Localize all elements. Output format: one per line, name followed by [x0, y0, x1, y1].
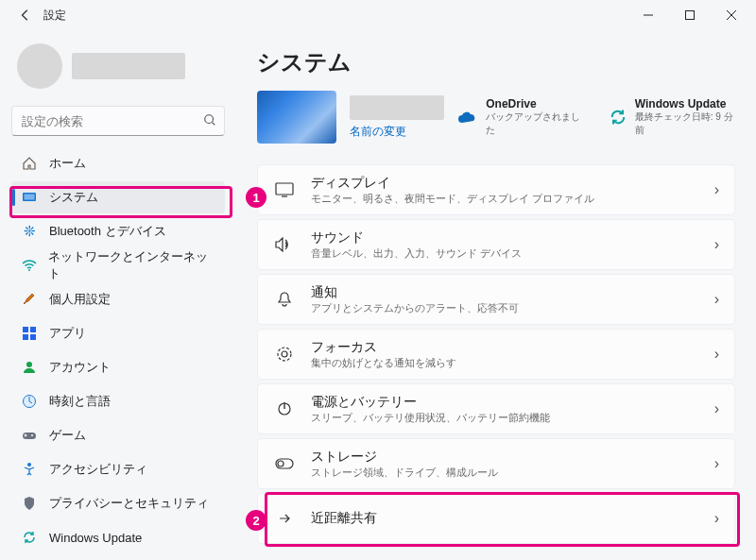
sidebar-item-privacy[interactable]: プライバシーとセキュリティ [11, 487, 225, 519]
close-icon [727, 10, 736, 20]
card-power[interactable]: 電源とバッテリースリープ、バッテリ使用状況、バッテリー節約機能 › [257, 383, 735, 434]
update-tile[interactable]: Windows Update最終チェック日時: 9 分前 [608, 97, 735, 137]
svg-point-18 [278, 348, 291, 361]
focus-icon [273, 343, 296, 365]
clock-globe-icon [21, 393, 38, 410]
card-sub: ストレージ領域、ドライブ、構成ルール [311, 466, 714, 480]
sidebar-item-home[interactable]: ホーム [11, 147, 225, 179]
share-icon [273, 507, 296, 530]
sidebar-item-gaming[interactable]: ゲーム [11, 419, 225, 451]
sidebar-item-network[interactable]: ネットワークとインターネット [11, 249, 225, 281]
svg-point-23 [278, 461, 284, 467]
sidebar: ホーム システム ❊Bluetooth とデバイス ネットワークとインターネット… [0, 30, 236, 560]
device-thumbnail[interactable] [257, 91, 336, 144]
sidebar-item-label: ホーム [49, 155, 86, 172]
card-title: サウンド [311, 229, 714, 246]
maximize-icon [685, 10, 695, 20]
window-title: 設定 [43, 8, 66, 24]
card-focus[interactable]: フォーカス集中の妨げとなる通知を減らす › [257, 329, 735, 380]
svg-rect-7 [23, 327, 28, 332]
onedrive-title: OneDrive [486, 97, 581, 110]
chevron-right-icon: › [714, 400, 719, 417]
settings-list: ディスプレイモニター、明るさ、夜間モード、ディスプレイ プロファイル › サウン… [257, 164, 735, 544]
card-title: 近距離共有 [311, 510, 714, 527]
update-title: Windows Update [635, 97, 735, 110]
shield-icon [21, 495, 38, 512]
sidebar-item-label: Windows Update [49, 531, 142, 545]
svg-rect-22 [276, 459, 293, 468]
svg-rect-8 [30, 327, 36, 332]
svg-point-19 [282, 351, 287, 357]
svg-point-14 [31, 434, 33, 436]
annotation-badge-2: 2 [246, 510, 266, 531]
chevron-right-icon: › [714, 181, 719, 198]
svg-rect-1 [686, 11, 695, 20]
card-sub: スリープ、バッテリ使用状況、バッテリー節約機能 [311, 411, 714, 425]
system-icon [21, 189, 38, 206]
game-icon [21, 427, 38, 444]
home-icon [21, 155, 38, 172]
chevron-right-icon: › [714, 510, 719, 527]
onedrive-sub: バックアップされました [486, 110, 581, 137]
search-icon [203, 113, 216, 130]
card-title: 電源とバッテリー [311, 394, 714, 411]
sidebar-item-apps[interactable]: アプリ [11, 317, 225, 349]
card-notifications[interactable]: 通知アプリとシステムからのアラート、応答不可 › [257, 274, 735, 325]
profile-block[interactable] [11, 40, 225, 102]
power-icon [273, 398, 296, 420]
search-input[interactable] [11, 106, 225, 136]
sidebar-item-label: アカウント [49, 359, 111, 376]
chevron-right-icon: › [714, 346, 719, 363]
nav: ホーム システム ❊Bluetooth とデバイス ネットワークとインターネット… [11, 147, 225, 553]
rename-link[interactable]: 名前の変更 [350, 124, 444, 140]
onedrive-tile[interactable]: OneDriveバックアップされました [457, 97, 581, 137]
sidebar-item-label: ネットワークとインターネット [48, 248, 215, 282]
back-button[interactable] [17, 7, 34, 24]
sidebar-item-accounts[interactable]: アカウント [11, 351, 225, 383]
card-title: ディスプレイ [311, 175, 714, 192]
close-button[interactable] [711, 1, 752, 29]
bluetooth-icon: ❊ [21, 223, 38, 240]
sidebar-item-label: ゲーム [49, 427, 86, 444]
chevron-right-icon: › [714, 236, 719, 253]
svg-line-3 [213, 123, 215, 126]
card-sound[interactable]: サウンド音量レベル、出力、入力、サウンド デバイス › [257, 219, 735, 270]
device-name-redacted [350, 95, 444, 120]
chevron-right-icon: › [714, 291, 719, 308]
minimize-button[interactable] [627, 1, 669, 29]
search-box [11, 106, 225, 136]
maximize-button[interactable] [669, 1, 711, 29]
profile-name-redacted [72, 53, 185, 79]
system-header-row: 名前の変更 OneDriveバックアップされました Windows Update… [257, 91, 735, 144]
card-title: 通知 [311, 284, 714, 301]
accessibility-icon [21, 461, 38, 478]
card-nearby-share[interactable]: 近距離共有 › [257, 493, 735, 544]
sidebar-item-bluetooth[interactable]: ❊Bluetooth とデバイス [11, 215, 225, 247]
update-tile-icon [608, 107, 627, 127]
card-sub: 音量レベル、出力、入力、サウンド デバイス [311, 246, 714, 261]
sidebar-item-label: 個人用設定 [49, 291, 111, 308]
sidebar-item-accessibility[interactable]: アクセシビリティ [11, 453, 225, 485]
sidebar-item-personalization[interactable]: 個人用設定 [11, 283, 225, 315]
avatar [17, 43, 62, 89]
sidebar-item-update[interactable]: Windows Update [11, 521, 225, 553]
sidebar-item-label: アクセシビリティ [49, 461, 147, 478]
settings-window: 設定 ホーム システム ❊Bluetooth とデバイス [0, 0, 756, 560]
annotation-badge-1: 1 [246, 187, 266, 208]
content: ホーム システム ❊Bluetooth とデバイス ネットワークとインターネット… [0, 30, 756, 560]
svg-rect-10 [30, 334, 36, 340]
svg-point-2 [205, 115, 214, 124]
card-display[interactable]: ディスプレイモニター、明るさ、夜間モード、ディスプレイ プロファイル › [257, 164, 735, 215]
svg-point-11 [26, 362, 32, 367]
card-storage[interactable]: ストレージストレージ領域、ドライブ、構成ルール › [257, 438, 735, 489]
brush-icon [21, 291, 38, 308]
sidebar-item-time-lang[interactable]: 時刻と言語 [11, 385, 225, 417]
chevron-right-icon: › [714, 455, 719, 472]
svg-point-6 [28, 269, 30, 271]
card-sub: 集中の妨げとなる通知を減らす [311, 356, 714, 370]
onedrive-icon [457, 107, 478, 127]
svg-rect-5 [25, 195, 35, 200]
minimize-icon [644, 10, 653, 20]
sidebar-item-label: Bluetooth とデバイス [49, 223, 166, 240]
sidebar-item-system[interactable]: システム [11, 181, 225, 213]
